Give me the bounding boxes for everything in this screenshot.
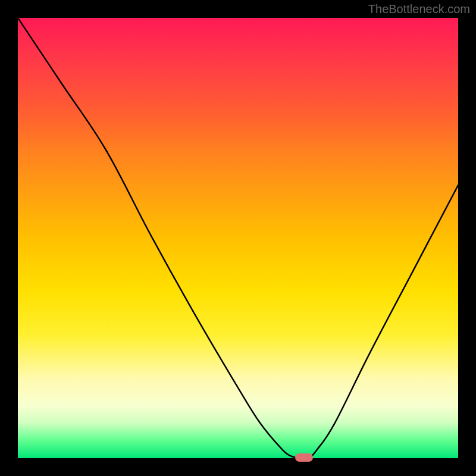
watermark-text: TheBottleneck.com: [368, 2, 470, 16]
bottleneck-curve: [18, 18, 458, 458]
plot-area: [18, 18, 458, 458]
optimal-marker: [295, 453, 313, 462]
